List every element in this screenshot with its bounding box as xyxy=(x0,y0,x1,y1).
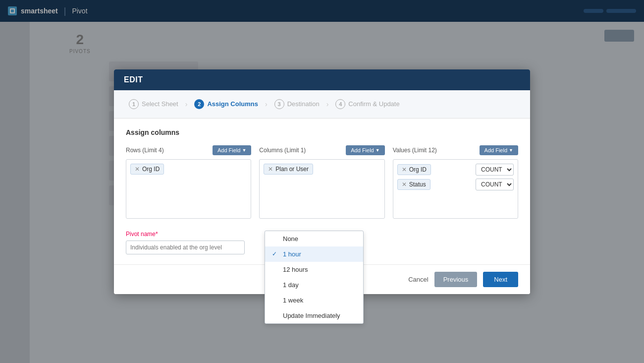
exec-option-none[interactable]: None xyxy=(265,231,363,246)
values-row-1: ✕ Org ID COUNT SUM AVG MAX MIN xyxy=(397,164,514,176)
rows-label: Rows (Limit 4) xyxy=(126,147,164,154)
values-header: Values (Limit 12) Add Field xyxy=(393,145,518,155)
columns-tag-planoruser-remove[interactable]: ✕ xyxy=(268,166,273,172)
values-section: Values (Limit 12) Add Field ✕ Org ID COU… xyxy=(393,145,518,219)
columns-box: ✕ Plan or User xyxy=(259,159,384,219)
step-4-label: Confirm & Update xyxy=(348,100,399,108)
modal-body: Assign columns Rows (Limit 4) Add Field … xyxy=(114,119,530,264)
values-label: Values (Limit 12) xyxy=(393,147,437,154)
exec-option-update-immediately[interactable]: Update Immediately xyxy=(265,308,363,323)
cancel-button[interactable]: Cancel xyxy=(408,276,428,283)
values-tag-orgid-label: Org ID xyxy=(409,166,427,173)
step-2-label: Assign Columns xyxy=(207,100,258,108)
step-1[interactable]: 1 Select Sheet xyxy=(124,97,183,111)
exec-check-1hour: ✓ xyxy=(272,250,279,257)
exec-option-12hours[interactable]: 12 hours xyxy=(265,262,363,277)
rows-header: Rows (Limit 4) Add Field xyxy=(126,145,251,155)
columns-tag-planoruser: ✕ Plan or User xyxy=(264,164,313,175)
execution-frequency-section: Execution Frequency ? None ✓ 1 hour xyxy=(265,231,518,242)
columns-section: Columns (Limit 1) Add Field ✕ Plan or Us… xyxy=(259,145,384,219)
step-1-num: 1 xyxy=(129,99,139,109)
columns-label: Columns (Limit 1) xyxy=(259,147,306,154)
step-4[interactable]: 4 Confirm & Update xyxy=(330,97,404,111)
step-divider-3: › xyxy=(326,100,329,108)
rows-tag-orgid-label: Org ID xyxy=(142,166,160,173)
step-2-num: 2 xyxy=(194,99,204,109)
exec-option-1hour[interactable]: ✓ 1 hour xyxy=(265,246,363,262)
pivot-name-section: Pivot name* xyxy=(126,231,245,254)
rows-box: ✕ Org ID xyxy=(126,159,251,219)
execution-frequency-dropdown: None ✓ 1 hour 12 hours 1 day xyxy=(265,231,364,324)
rows-section: Rows (Limit 4) Add Field ✕ Org ID xyxy=(126,145,251,219)
values-row-2: ✕ Status COUNT SUM AVG MAX MIN xyxy=(397,179,514,190)
pivot-name-label: Pivot name* xyxy=(126,231,245,238)
modal-title: EDIT xyxy=(124,75,143,84)
step-3-label: Destination xyxy=(287,100,320,108)
rows-tag-orgid-remove[interactable]: ✕ xyxy=(135,166,140,172)
steps-bar: 1 Select Sheet › 2 Assign Columns › 3 De… xyxy=(114,90,530,119)
rows-add-field-button[interactable]: Add Field xyxy=(213,145,251,155)
columns-add-field-button[interactable]: Add Field xyxy=(346,145,384,155)
values-tag-status: ✕ Status xyxy=(397,179,430,190)
values-count-select-1[interactable]: COUNT SUM AVG MAX MIN xyxy=(476,164,514,176)
assign-columns-title: Assign columns xyxy=(126,128,518,136)
values-tag-orgid: ✕ Org ID xyxy=(397,164,431,175)
step-2[interactable]: 2 Assign Columns xyxy=(189,97,263,111)
values-tag-status-label: Status xyxy=(409,181,426,188)
modal-header: EDIT xyxy=(114,69,530,90)
step-3[interactable]: 3 Destination xyxy=(269,97,324,111)
previous-button[interactable]: Previous xyxy=(434,272,478,287)
next-button[interactable]: Next xyxy=(483,272,518,287)
modal-overlay: EDIT 1 Select Sheet › 2 Assign Columns ›… xyxy=(0,0,644,363)
bottom-row: Pivot name* Execution Frequency ? None xyxy=(126,231,518,254)
modal-dialog: EDIT 1 Select Sheet › 2 Assign Columns ›… xyxy=(114,69,530,294)
columns-header: Columns (Limit 1) Add Field xyxy=(259,145,384,155)
exec-option-1week[interactable]: 1 week xyxy=(265,293,363,308)
columns-tag-planoruser-label: Plan or User xyxy=(275,166,309,173)
step-1-label: Select Sheet xyxy=(142,100,178,108)
step-3-num: 3 xyxy=(274,99,284,109)
values-box: ✕ Org ID COUNT SUM AVG MAX MIN xyxy=(393,159,518,219)
values-add-field-button[interactable]: Add Field xyxy=(480,145,518,155)
rows-tag-orgid: ✕ Org ID xyxy=(130,164,164,175)
exec-option-1day[interactable]: 1 day xyxy=(265,277,363,293)
step-divider-2: › xyxy=(265,100,268,108)
step-4-num: 4 xyxy=(335,99,345,109)
values-count-select-2[interactable]: COUNT SUM AVG MAX MIN xyxy=(476,179,514,190)
pivot-name-input[interactable] xyxy=(126,241,245,254)
values-tag-orgid-remove[interactable]: ✕ xyxy=(402,167,407,173)
step-divider-1: › xyxy=(185,100,188,108)
columns-row: Rows (Limit 4) Add Field ✕ Org ID Column… xyxy=(126,145,518,219)
values-tag-status-remove[interactable]: ✕ xyxy=(402,182,407,187)
